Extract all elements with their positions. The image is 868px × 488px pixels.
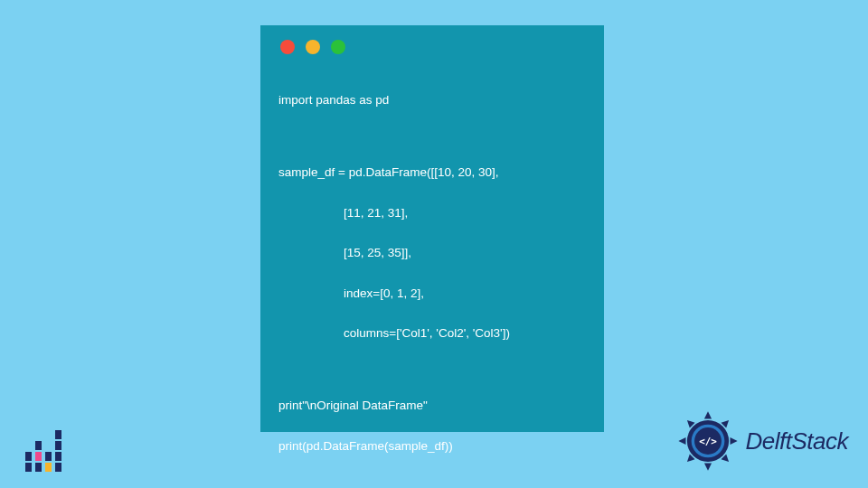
- mini-chart-icon: [25, 432, 65, 472]
- brand-badge-icon: </>: [677, 410, 739, 472]
- traffic-lights: [278, 40, 586, 54]
- svg-marker-4: [703, 463, 711, 470]
- code-line: [11, 21, 31],: [344, 203, 586, 223]
- svg-marker-0: [703, 411, 711, 418]
- maximize-icon: [331, 40, 345, 54]
- code-line: import pandas as pd: [278, 90, 586, 110]
- code-line: print(pd.DataFrame(sample_df)): [278, 436, 586, 456]
- brand-name: DelftStack: [746, 427, 849, 455]
- close-icon: [280, 40, 295, 54]
- brand: </> DelftStack: [677, 410, 849, 472]
- code-window: import pandas as pd sample_df = pd.DataF…: [260, 25, 604, 432]
- code-line: [15, 25, 35]],: [344, 243, 586, 263]
- svg-marker-6: [678, 437, 685, 445]
- code-block: import pandas as pd sample_df = pd.DataF…: [278, 70, 586, 488]
- minimize-icon: [306, 40, 320, 54]
- code-line: columns=['Col1', 'Col2', 'Col3']): [344, 324, 586, 343]
- svg-marker-2: [730, 437, 737, 445]
- svg-text:</>: </>: [699, 436, 717, 447]
- code-line: print"\nOriginal DataFrame": [278, 396, 586, 416]
- code-line: sample_df = pd.DataFrame([[10, 20, 30],: [278, 163, 586, 183]
- code-line: index=[0, 1, 2],: [344, 284, 586, 304]
